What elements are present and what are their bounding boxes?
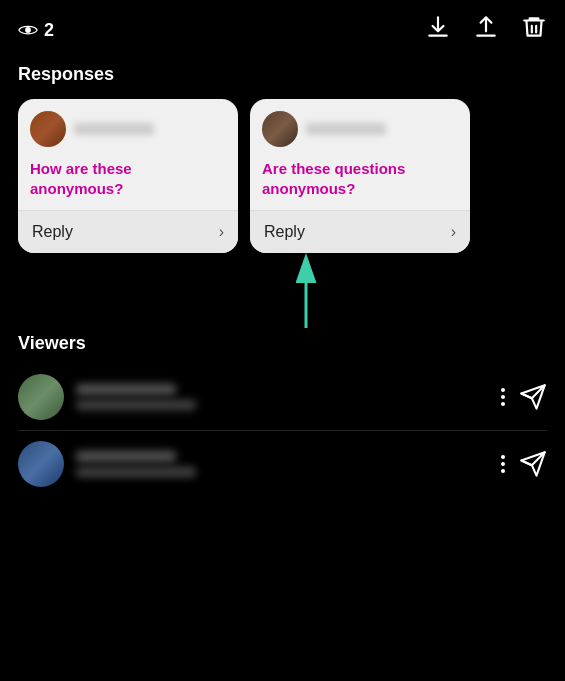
card-header-1: [18, 99, 238, 155]
viewer-info-1: [76, 384, 501, 410]
eye-icon: [18, 23, 38, 37]
card-question-1: How are these anonymous?: [18, 155, 238, 210]
response-card-1: How are these anonymous? Reply ›: [18, 99, 238, 253]
response-card-2: Are these questions anonymous? Reply ›: [250, 99, 470, 253]
viewer-sub-2: [76, 467, 196, 477]
card-header-2: [250, 99, 470, 155]
avatar-1: [30, 111, 66, 147]
viewer-avatar-1: [18, 374, 64, 420]
card-question-2: Are these questions anonymous?: [250, 155, 470, 210]
share-icon[interactable]: [473, 14, 499, 46]
reply-button-1[interactable]: Reply ›: [18, 211, 238, 253]
arrow-container: [18, 253, 565, 333]
header-right: [425, 14, 547, 46]
reply-button-2[interactable]: Reply ›: [250, 211, 470, 253]
send-icon-1[interactable]: [519, 383, 547, 411]
download-icon[interactable]: [425, 14, 451, 46]
send-icon-2[interactable]: [519, 450, 547, 478]
more-options-icon-2[interactable]: [501, 455, 505, 473]
delete-icon[interactable]: [521, 14, 547, 46]
viewer-row-1: [18, 364, 547, 430]
viewer-info-2: [76, 451, 501, 477]
reply-label-2: Reply: [264, 223, 305, 241]
viewer-name-2: [76, 451, 176, 462]
chevron-right-icon-1: ›: [219, 223, 224, 241]
viewer-actions-1: [501, 383, 547, 411]
avatar-2: [262, 111, 298, 147]
teal-arrow-icon: [286, 253, 326, 333]
viewers-title: Viewers: [18, 333, 547, 354]
svg-point-0: [25, 27, 31, 33]
viewers-section: Viewers: [0, 333, 565, 497]
viewer-actions-2: [501, 450, 547, 478]
cards-row: How are these anonymous? Reply › Are the…: [0, 99, 565, 253]
username-blur-1: [74, 123, 154, 135]
viewer-name-1: [76, 384, 176, 395]
username-blur-2: [306, 123, 386, 135]
header-left: 2: [18, 20, 54, 41]
chevron-right-icon-2: ›: [451, 223, 456, 241]
reply-label-1: Reply: [32, 223, 73, 241]
viewer-avatar-2: [18, 441, 64, 487]
more-options-icon-1[interactable]: [501, 388, 505, 406]
viewer-sub-1: [76, 400, 196, 410]
header: 2: [0, 0, 565, 56]
responses-title: Responses: [0, 56, 565, 99]
viewer-row-2: [18, 431, 547, 497]
view-count: 2: [44, 20, 54, 41]
